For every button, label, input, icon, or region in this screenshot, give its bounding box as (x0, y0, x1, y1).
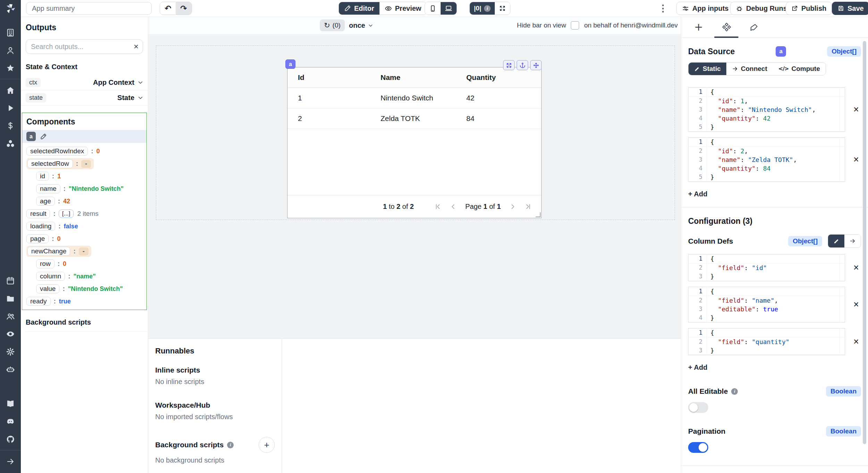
output-row-value[interactable]: value:"Nintendo Switch" (22, 283, 147, 295)
clear-search-icon[interactable]: × (134, 42, 139, 51)
output-row-id[interactable]: id:1 (22, 170, 147, 182)
output-key[interactable]: newChange (27, 247, 70, 256)
sidebar-item-robot[interactable] (0, 360, 21, 378)
remove-column-def-button-1[interactable]: × (853, 300, 859, 309)
anchor-component-button[interactable] (517, 60, 528, 70)
sidebar-item-book[interactable] (0, 395, 21, 413)
sidebar-item-github[interactable] (0, 430, 21, 448)
component-canvas-badge[interactable]: a (285, 59, 295, 69)
resize-handle[interactable] (536, 212, 541, 217)
component-header[interactable]: a AgGrid Table (22, 130, 147, 143)
sidebar-item-users[interactable] (0, 307, 21, 325)
output-key[interactable]: value (36, 284, 59, 293)
undo-button[interactable]: ↶ (160, 2, 176, 15)
remove-data-source-button-0[interactable]: × (853, 105, 859, 114)
save-button[interactable]: Save (832, 2, 868, 15)
output-key[interactable]: selectedRowIndex (26, 147, 88, 156)
connect-mode-button[interactable] (844, 235, 861, 247)
sidebar-item-home[interactable] (0, 81, 21, 99)
move-component-button[interactable] (530, 60, 542, 70)
all-editable-toggle[interactable] (688, 402, 708, 413)
scrollbar-thumb[interactable] (863, 41, 866, 444)
static-tab[interactable]: Static (688, 63, 726, 75)
output-key[interactable]: loading (26, 222, 55, 231)
remove-column-def-button-2[interactable]: × (853, 337, 859, 346)
sidebar-item-star[interactable] (0, 59, 21, 77)
pagination-toggle[interactable] (688, 442, 708, 453)
app-summary-input[interactable] (26, 2, 152, 15)
output-row-name[interactable]: name:"Nintendo Switch" (22, 182, 147, 195)
sidebar-item-discord[interactable] (0, 413, 21, 430)
output-key[interactable]: column (36, 272, 65, 281)
redo-button[interactable]: ↷ (176, 2, 191, 15)
context-row-state[interactable]: stateState (21, 90, 148, 106)
output-row-page[interactable]: page:0 (22, 233, 147, 245)
boolean-type-badge[interactable]: Boolean (826, 426, 861, 437)
component-settings-tab[interactable] (712, 17, 740, 38)
sidebar-item-cubes[interactable] (0, 134, 21, 152)
sidebar-item-user[interactable] (0, 41, 21, 59)
app-canvas[interactable]: a Id Name Quantity 1Nintendo Switch422Ze… (148, 34, 681, 339)
table-row[interactable]: 2Zelda TOTK84 (287, 108, 541, 129)
sidebar-item-folder[interactable] (0, 289, 21, 307)
data-source-editor-1[interactable]: 1{2 "id": 2,3 "name": "Zelda TOTK",4 "qu… (688, 137, 845, 182)
output-key[interactable]: row (36, 259, 55, 268)
output-row-selectedRow[interactable]: selectedRow:- (22, 157, 147, 170)
column-header-name[interactable]: Name (381, 73, 466, 82)
publish-button[interactable]: Publish (786, 2, 832, 15)
next-page-button[interactable] (509, 203, 516, 210)
remove-column-def-button-0[interactable]: × (853, 263, 859, 272)
hide-bar-checkbox[interactable] (571, 21, 579, 30)
insert-component-tab[interactable]: + (685, 17, 712, 38)
aggrid-component[interactable]: a Id Name Quantity 1Nintendo Switch422Ze… (287, 67, 542, 218)
debug-outputs-button[interactable]: |0| i (470, 2, 495, 15)
output-key[interactable]: page (26, 234, 49, 243)
table-cell[interactable]: 2 (287, 114, 381, 123)
table-cell[interactable]: 1 (287, 94, 381, 102)
app-inputs-button[interactable]: App inputs (676, 2, 734, 15)
output-row-column[interactable]: column:"name" (22, 270, 147, 283)
prev-page-button[interactable] (450, 203, 457, 210)
table-cell[interactable]: Nintendo Switch (381, 94, 466, 102)
refresh-button[interactable]: ↻ (0) (320, 19, 345, 31)
output-key[interactable]: selectedRow (27, 159, 73, 168)
sidebar-item-play[interactable] (0, 99, 21, 117)
column-def-editor-2[interactable]: 1{2 "field": "quantity"3} (688, 328, 845, 355)
output-value[interactable]: [...] (59, 210, 74, 218)
sidebar-item-building[interactable] (0, 24, 21, 41)
fullscreen-button[interactable] (495, 2, 510, 15)
output-row-row[interactable]: row:0 (22, 258, 147, 270)
remove-data-source-button-1[interactable]: × (853, 155, 859, 164)
desktop-view-button[interactable] (441, 2, 457, 15)
sidebar-item-arrow-right[interactable] (0, 452, 21, 470)
output-row-selectedRowIndex[interactable]: selectedRowIndex:0 (22, 145, 147, 157)
context-row-ctx[interactable]: ctxApp Context (21, 75, 148, 90)
column-def-editor-0[interactable]: 1{2 "field": "id"3} (688, 254, 845, 281)
edit-id-pencil-icon[interactable] (40, 133, 47, 140)
add-column-def-button[interactable]: + Add (688, 364, 707, 372)
output-key[interactable]: name (36, 184, 60, 193)
table-row[interactable]: 1Nintendo Switch42 (287, 88, 541, 108)
output-row-ready[interactable]: ready:true (22, 295, 147, 308)
column-def-editor-1[interactable]: 1{2 "field": "name",3 "editable": true4} (688, 287, 845, 323)
schedule-dropdown[interactable]: once (349, 19, 374, 31)
output-row-newChange[interactable]: newChange:- (22, 245, 147, 258)
edit-mode-button[interactable] (828, 235, 844, 247)
sidebar-item-dollar[interactable] (0, 117, 21, 134)
table-cell[interactable]: 84 (466, 114, 541, 123)
add-data-row-button[interactable]: + Add (688, 190, 707, 198)
output-row-result[interactable]: result:[...]2 items (22, 207, 147, 220)
table-cell[interactable]: Zelda TOTK (381, 114, 466, 123)
output-key[interactable]: age (36, 197, 55, 206)
expand-component-button[interactable] (503, 60, 515, 70)
search-outputs-input[interactable] (30, 42, 134, 51)
connect-tab[interactable]: Connect (726, 63, 773, 75)
boolean-type-badge[interactable]: Boolean (826, 386, 861, 397)
object-type-badge[interactable]: Object[] (788, 236, 822, 246)
output-row-age[interactable]: age:42 (22, 195, 147, 207)
editor-tab[interactable]: Editor (339, 2, 379, 15)
last-page-button[interactable] (525, 203, 532, 210)
theme-tab[interactable] (740, 17, 768, 38)
compute-tab[interactable]: </> Compute (773, 63, 826, 75)
windmill-logo[interactable] (5, 3, 16, 15)
